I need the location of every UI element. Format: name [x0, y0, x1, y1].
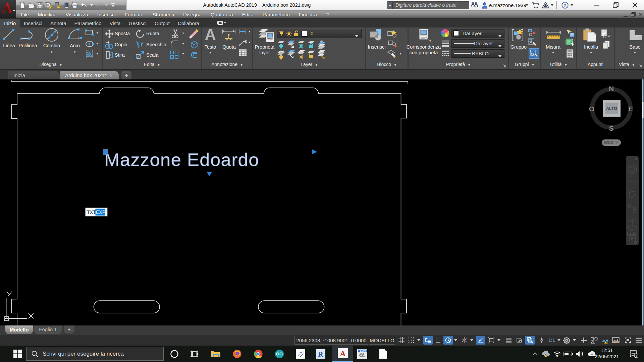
svg-text:1: 1 — [635, 354, 637, 358]
svg-text:!: ! — [547, 354, 548, 357]
svg-text:E: E — [629, 105, 633, 113]
svg-text:S: S — [609, 124, 613, 132]
svg-text:FESTO: FESTO — [359, 350, 366, 352]
svg-text:x: x — [639, 12, 642, 17]
svg-text:A: A — [340, 349, 346, 358]
svg-text:O: O — [589, 105, 594, 113]
svg-text:TXT: TXT — [87, 209, 96, 215]
svg-text:!: ! — [606, 341, 607, 344]
svg-text:EXP: EXP — [96, 209, 105, 215]
svg-text:ALTO: ALTO — [606, 106, 617, 111]
svg-text:?: ? — [564, 3, 566, 8]
svg-text:A: A — [2, 0, 12, 16]
svg-text:Mazzone Edoardo: Mazzone Edoardo — [104, 149, 259, 170]
svg-text:WCS: WCS — [604, 140, 613, 145]
svg-text:R: R — [318, 350, 324, 358]
svg-text:N: N — [609, 85, 614, 93]
